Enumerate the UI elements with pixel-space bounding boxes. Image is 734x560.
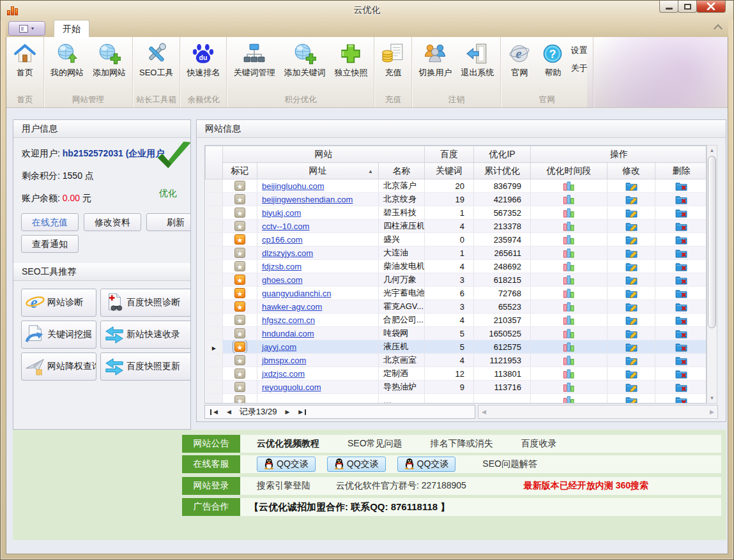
ribbon-button[interactable]: 关键词管理 <box>229 41 279 80</box>
period-chart-cell[interactable] <box>531 327 608 340</box>
site-url-link[interactable]: reyouguolu.com <box>262 382 321 392</box>
edit-cell[interactable] <box>608 340 655 354</box>
edit-cell[interactable] <box>608 220 655 233</box>
star-icon[interactable]: ★ <box>234 208 245 218</box>
edit-cell[interactable] <box>608 193 655 206</box>
ribbon-button[interactable]: 退出系统 <box>456 41 498 80</box>
maximize-button[interactable] <box>678 1 697 13</box>
delete-cell[interactable] <box>655 394 707 404</box>
star-icon[interactable]: ★ <box>234 328 245 338</box>
ribbon-small-button[interactable]: 设置 <box>570 45 587 56</box>
site-url-link[interactable]: jbmspx.com <box>262 356 306 365</box>
col-header-delete[interactable]: 删除 <box>655 163 707 179</box>
collapse-ribbon-icon[interactable] <box>714 25 722 30</box>
star-icon[interactable]: ★ <box>234 234 245 245</box>
table-row[interactable]: ★beijingluohu.com北京落户20836799 <box>206 179 707 193</box>
period-chart-cell[interactable] <box>531 354 608 367</box>
ribbon-button[interactable]: 添加关键词 <box>279 41 330 80</box>
site-url-link[interactable]: cp166.com <box>262 235 303 245</box>
edit-cell[interactable] <box>608 327 655 340</box>
delete-cell[interactable] <box>655 260 707 273</box>
online-recharge-button[interactable]: 在线充值 <box>21 213 79 231</box>
edit-cell[interactable] <box>608 206 655 220</box>
period-chart-cell[interactable] <box>531 193 608 206</box>
application-menu-button[interactable]: ▼ <box>8 21 45 36</box>
title-bar[interactable]: 云优化 <box>1 1 733 20</box>
site-url-link[interactable]: hawker-agv.com <box>262 302 322 312</box>
table-row[interactable]: ★cp166.com盛兴0235974 <box>206 233 707 246</box>
seo-tool-button[interactable]: 百度快照更新 <box>100 352 191 381</box>
table-row[interactable]: ★beijingwenshendian.com北京纹身19421966 <box>206 193 707 206</box>
col-header-keywords[interactable]: 关键词 <box>425 163 474 179</box>
table-row[interactable]: ★hndundai.com吨袋网51650525 <box>206 327 707 340</box>
edit-cell[interactable] <box>608 394 655 404</box>
star-icon[interactable]: ★ <box>234 368 245 379</box>
site-url-link[interactable]: fdjzsb.com <box>262 262 302 271</box>
edit-cell[interactable] <box>608 233 655 246</box>
edit-cell[interactable] <box>608 246 655 260</box>
edit-cell[interactable] <box>608 367 655 381</box>
scroll-down-icon[interactable]: ▼ <box>707 395 717 401</box>
last-page-button[interactable]: ▶ <box>294 409 306 415</box>
ribbon-button[interactable]: SEO工具 <box>135 41 178 80</box>
table-row[interactable]: ★hfgszc.com.cn合肥公司...4210357 <box>206 314 707 327</box>
qq-chat-button[interactable]: QQ交谈 <box>397 457 456 472</box>
table-row[interactable]: ★jbmspx.com北京画室41121953 <box>206 354 707 367</box>
period-chart-cell[interactable] <box>531 314 608 327</box>
star-icon[interactable]: ★ <box>234 315 245 325</box>
star-icon[interactable]: ★ <box>234 301 245 312</box>
period-chart-cell[interactable] <box>531 367 608 381</box>
site-url-link[interactable]: dlzszyjys.com <box>262 248 313 258</box>
scroll-up-icon[interactable]: ▲ <box>707 148 717 153</box>
table-row[interactable]: ★reyouguolu.com导热油炉9113716 <box>206 381 707 394</box>
table-row[interactable]: ★cctv--10.com四柱液压机4213378 <box>206 220 707 233</box>
tab-home[interactable]: 开始 <box>54 20 89 37</box>
delete-cell[interactable] <box>655 220 707 233</box>
table-row[interactable]: ★ghoes.com几何万象3618215 <box>206 273 707 287</box>
table-row[interactable]: ▶★jayyj.com液压机5612575 <box>206 340 707 354</box>
star-icon[interactable]: ★ <box>234 275 245 285</box>
star-icon[interactable]: ★ <box>234 382 245 392</box>
period-chart-cell[interactable] <box>531 340 608 354</box>
search-engine-login-link[interactable]: 搜索引擎登陆 <box>257 480 310 492</box>
qq-chat-button[interactable]: QQ交谈 <box>257 457 316 472</box>
delete-cell[interactable] <box>655 367 707 381</box>
ribbon-button[interactable]: 首页 <box>8 41 42 80</box>
seo-tool-button[interactable]: 百度快照诊断 <box>100 289 191 317</box>
announce-link[interactable]: SEO常见问题 <box>348 438 402 450</box>
delete-cell[interactable] <box>655 327 707 340</box>
edit-cell[interactable] <box>608 287 655 300</box>
table-row[interactable]: ★jxdzjsc.com定制酒12113801 <box>206 367 707 381</box>
delete-cell[interactable] <box>655 287 707 300</box>
minimize-button[interactable] <box>659 1 678 13</box>
site-url-link[interactable]: cctv--10.com <box>262 222 309 231</box>
star-icon[interactable]: ★ <box>234 248 245 258</box>
table-row[interactable]: ★fdjzsb.com柴油发电机4248692 <box>206 260 707 273</box>
horizontal-scrollbar[interactable]: ◀ ▶ <box>478 405 718 419</box>
edit-cell[interactable] <box>608 381 655 394</box>
star-icon[interactable]: ★ <box>234 355 245 365</box>
seo-tool-button[interactable]: 网站降权查询 <box>21 352 96 381</box>
site-url-link[interactable]: guangyudianchi.cn <box>262 289 331 298</box>
edit-cell[interactable] <box>608 260 655 273</box>
col-header-edit[interactable]: 修改 <box>608 163 655 179</box>
announce-link[interactable]: 云优化视频教程 <box>257 438 319 450</box>
period-chart-cell[interactable] <box>531 394 608 404</box>
site-url-link[interactable]: beijingwenshendian.com <box>262 195 353 204</box>
ribbon-button[interactable]: 独立快照 <box>330 41 372 80</box>
ribbon-button[interactable]: 切换用户 <box>414 41 456 80</box>
period-chart-cell[interactable] <box>531 246 608 260</box>
edit-cell[interactable] <box>608 314 655 327</box>
ribbon-button[interactable]: 添加网站 <box>88 41 130 80</box>
ribbon-button[interactable]: du快速排名 <box>182 41 224 80</box>
seo-answer-link[interactable]: SEO问题解答 <box>482 458 537 470</box>
view-notice-button[interactable]: 查看通知 <box>21 235 79 253</box>
scroll-right-icon[interactable]: ▶ <box>710 409 714 415</box>
col-header-url[interactable]: 网址▲ <box>257 163 379 179</box>
announce-link[interactable]: 百度收录 <box>521 438 557 450</box>
ribbon-button[interactable]: 充值 <box>376 41 409 80</box>
seo-tool-button[interactable]: 新站快速收录 <box>100 321 191 349</box>
col-header-mark[interactable]: 标记 <box>223 163 257 179</box>
announce-link[interactable]: 排名下降或消失 <box>431 438 493 450</box>
refresh-button[interactable]: 刷新 <box>146 213 191 231</box>
